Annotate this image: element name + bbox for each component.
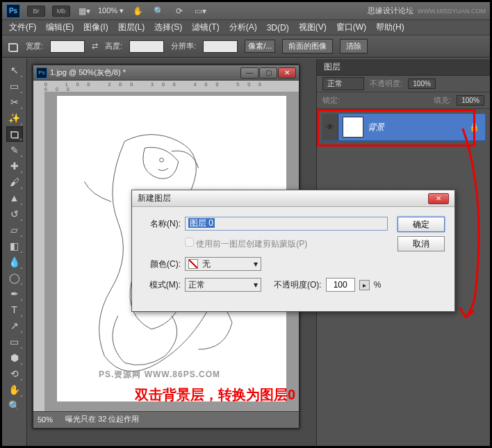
watermark: PS.资源网 WWW.86PS.COM <box>99 369 220 381</box>
opacity-label: 不透明度: <box>370 78 402 89</box>
menu-image[interactable]: 图像(I) <box>79 20 112 35</box>
path-tool-icon[interactable]: ↗ <box>6 318 23 333</box>
arrange-icon[interactable]: ▭▾ <box>193 6 207 17</box>
ps-doc-icon: Ps <box>36 67 47 78</box>
move-tool-icon[interactable]: ↖ <box>6 63 23 78</box>
layer-thumbnail <box>343 117 363 138</box>
color-dropdown[interactable]: 无▾ <box>185 257 261 271</box>
status-text: 曝光只在 32 位起作用 <box>65 414 139 424</box>
height-field[interactable] <box>129 40 164 53</box>
shape-tool-icon[interactable]: ▭ <box>6 334 23 349</box>
res-field[interactable] <box>203 40 238 53</box>
percent-label: % <box>374 280 382 290</box>
clip-mask-label: 使用前一图层创建剪贴蒙版(P) <box>196 239 307 249</box>
header-url: WWW.MISSYUAN.COM <box>418 8 486 15</box>
doc-layout-icon[interactable]: ▦▾ <box>77 6 91 17</box>
cancel-button[interactable]: 取消 <box>397 236 445 251</box>
layers-tab[interactable]: 图层 <box>317 59 490 76</box>
dialog-title: 新建图层 <box>138 192 428 204</box>
maximize-button[interactable]: ▢ <box>259 67 277 78</box>
menu-file[interactable]: 文件(F) <box>5 20 40 35</box>
marquee-tool-icon[interactable]: ▭ <box>6 78 23 94</box>
front-image-button[interactable]: 前面的图像 <box>282 39 333 53</box>
fill-value[interactable]: 100% <box>457 95 484 106</box>
crop-tool-icon <box>8 41 19 52</box>
opacity-value[interactable]: 100% <box>408 78 436 89</box>
br-button[interactable]: Br <box>27 6 45 17</box>
opacity-slider-button[interactable]: ▸ <box>359 280 370 290</box>
document-title: 1.jpg @ 50%(灰色/8) * <box>50 67 240 78</box>
ok-button[interactable]: 确定 <box>397 217 445 232</box>
close-button[interactable]: ✕ <box>278 67 296 78</box>
blur-tool-icon[interactable]: 💧 <box>6 254 23 269</box>
menu-analyze[interactable]: 分析(A) <box>225 20 261 35</box>
menu-3d[interactable]: 3D(D) <box>263 22 293 34</box>
zoom-tool-icon[interactable]: 🔍 <box>6 398 23 413</box>
fill-label: 填充: <box>434 95 451 106</box>
heal-tool-icon[interactable]: ✚ <box>6 158 23 174</box>
menubar: 文件(F) 编辑(E) 图像(I) 图层(L) 选择(S) 滤镜(T) 分析(A… <box>2 20 490 35</box>
zoom-status: 50% <box>38 415 53 424</box>
zoom-dropdown[interactable]: 100% ▾ <box>98 6 124 15</box>
rotate-icon[interactable]: ⟳ <box>172 6 186 17</box>
3d-rotate-icon[interactable]: ⟲ <box>6 366 23 381</box>
mb-button[interactable]: Mb <box>52 6 70 17</box>
menu-view[interactable]: 视图(V) <box>295 20 331 35</box>
layer-row-background[interactable]: 👁 背景 🔒 <box>321 113 486 141</box>
gradient-tool-icon[interactable]: ◧ <box>6 238 23 254</box>
lock-icon: 🔒 <box>469 122 479 132</box>
ruler-horizontal: 0 100 200 300 400 500 600 <box>33 81 299 92</box>
toolbar: ↖ ▭ ✂ ✨ ✎ ✚ 🖌 ▲ ↺ ▱ ◧ 💧 ◯ ✒ T ↗ ▭ ⬢ ⟲ ✋ … <box>2 59 27 446</box>
color-label: 颜色(C): <box>142 258 181 270</box>
name-input[interactable]: 图层 0 <box>185 217 388 231</box>
opacity-label: 不透明度(O): <box>274 279 322 291</box>
header-title: 思缘设计论坛 <box>368 6 413 15</box>
width-label: 宽度: <box>26 41 43 51</box>
name-label: 名称(N): <box>142 218 181 230</box>
clear-button[interactable]: 清除 <box>340 39 368 53</box>
ruler-vertical <box>33 92 44 411</box>
minimize-button[interactable]: — <box>240 67 259 78</box>
hand-tool-icon[interactable]: ✋ <box>6 382 23 397</box>
menu-select[interactable]: 选择(S) <box>150 20 186 35</box>
unit-dropdown[interactable]: 像素/... <box>245 40 275 53</box>
mode-label: 模式(M): <box>142 279 181 291</box>
lasso-tool-icon[interactable]: ✂ <box>6 94 23 110</box>
annotation-arrow <box>456 127 489 329</box>
history-tool-icon[interactable]: ↺ <box>6 206 23 222</box>
res-label: 分辨率: <box>171 41 196 51</box>
zoom-icon[interactable]: 🔍 <box>151 6 165 17</box>
opacity-input[interactable] <box>326 278 355 292</box>
annotation-text: 双击背景层，转换为图层0 <box>135 385 295 404</box>
options-bar: 宽度: ⇄ 高度: 分辨率: 像素/... 前面的图像 清除 <box>2 35 490 58</box>
visibility-icon[interactable]: 👁 <box>322 114 338 140</box>
menu-layer[interactable]: 图层(L) <box>114 20 149 35</box>
width-field[interactable] <box>50 40 85 53</box>
wand-tool-icon[interactable]: ✨ <box>6 110 23 126</box>
menu-edit[interactable]: 编辑(E) <box>42 20 78 35</box>
mode-dropdown[interactable]: 正常▾ <box>185 278 261 292</box>
3d-tool-icon[interactable]: ⬢ <box>6 350 23 365</box>
pen-tool-icon[interactable]: ✒ <box>6 286 23 301</box>
svg-point-0 <box>160 158 164 163</box>
type-tool-icon[interactable]: T <box>6 302 23 317</box>
brush-tool-icon[interactable]: 🖌 <box>6 174 23 190</box>
layer-name: 背景 <box>368 122 469 133</box>
dialog-close-button[interactable]: ✕ <box>428 193 449 204</box>
dodge-tool-icon[interactable]: ◯ <box>6 270 23 285</box>
crop-tool-icon[interactable] <box>6 126 23 142</box>
lock-label: 锁定: <box>322 95 340 106</box>
height-label: 高度: <box>105 41 122 51</box>
blend-mode-dropdown[interactable]: 正常 <box>322 77 364 90</box>
clip-mask-checkbox <box>185 238 194 247</box>
menu-filter[interactable]: 滤镜(T) <box>188 20 223 35</box>
menu-window[interactable]: 窗口(W) <box>332 20 370 35</box>
no-color-icon <box>188 259 198 269</box>
stamp-tool-icon[interactable]: ▲ <box>6 190 23 206</box>
eyedropper-tool-icon[interactable]: ✎ <box>6 142 23 158</box>
hand-icon[interactable]: ✋ <box>131 6 145 17</box>
new-layer-dialog: 新建图层 ✕ 名称(N): 图层 0 使用前一图层创建剪贴蒙版(P) 颜色(C)… <box>131 190 455 312</box>
menu-help[interactable]: 帮助(H) <box>372 20 409 35</box>
ps-logo: Ps <box>6 4 20 18</box>
eraser-tool-icon[interactable]: ▱ <box>6 222 23 238</box>
